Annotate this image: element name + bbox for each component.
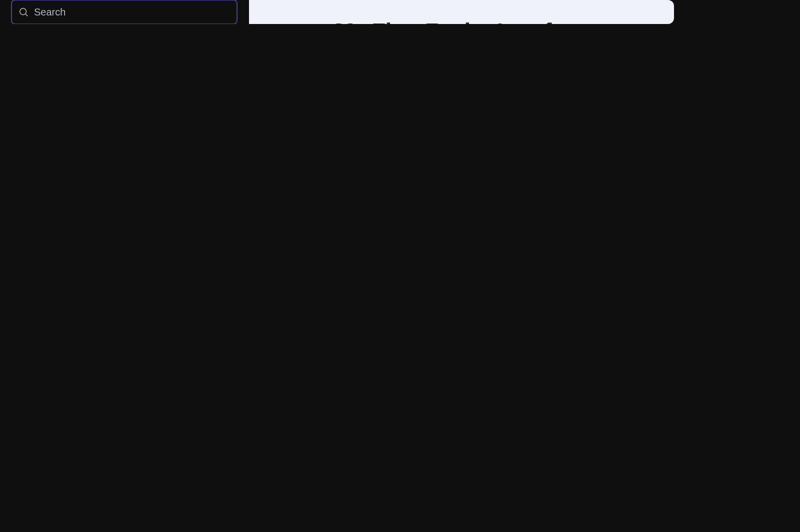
search-icon [18, 6, 29, 18]
svg-point-3 [20, 8, 26, 15]
svg-line-4 [26, 14, 28, 16]
canvas: My First Zapier Interface low, you can f… [249, 0, 674, 24]
search-input[interactable] [34, 6, 230, 18]
page-title: My First Zapier Interface [284, 18, 639, 24]
search-field[interactable] [11, 0, 238, 24]
